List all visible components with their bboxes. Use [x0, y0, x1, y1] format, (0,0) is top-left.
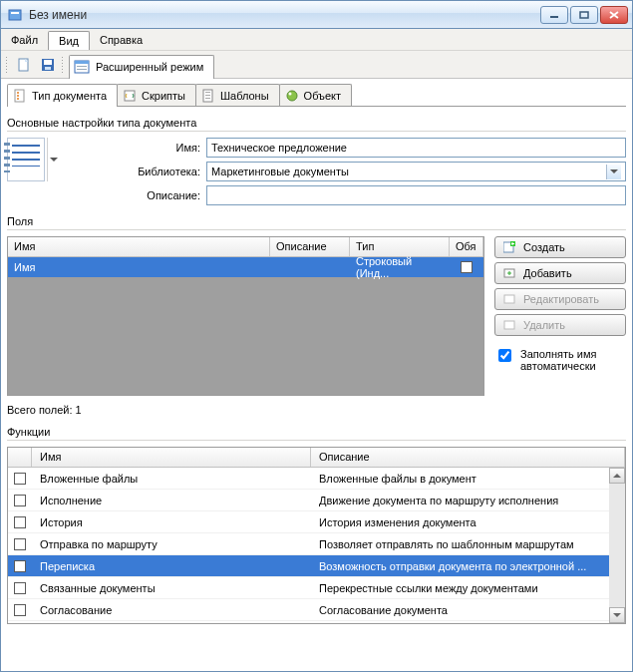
create-button[interactable]: Создать: [494, 236, 626, 258]
tab-templates[interactable]: Шаблоны: [195, 84, 280, 106]
maximize-button[interactable]: [570, 6, 598, 24]
function-checkbox[interactable]: [14, 582, 26, 594]
form-icon: [74, 59, 90, 75]
function-name: Связанные документы: [32, 582, 311, 594]
fields-grid-header: Имя Описание Тип Обя: [8, 237, 483, 257]
toolbar-grip-2: [61, 56, 65, 74]
function-checkbox[interactable]: [14, 604, 26, 616]
function-checkbox[interactable]: [14, 560, 26, 572]
function-checkbox[interactable]: [14, 538, 26, 550]
function-name: Отправка по маршруту: [32, 538, 311, 550]
autofill-label: Заполнять имя автоматически: [520, 348, 626, 372]
functions-header: Имя Описание: [8, 448, 625, 468]
svg-rect-27: [504, 321, 514, 329]
scripts-icon: [122, 88, 138, 104]
svg-rect-12: [15, 90, 24, 102]
function-checkbox[interactable]: [14, 516, 26, 528]
description-input[interactable]: [206, 185, 626, 205]
new-button[interactable]: [13, 54, 35, 76]
fields-grid-row[interactable]: Имя Строковый (Инд...: [8, 257, 483, 277]
menubar: Файл Вид Справка: [1, 29, 632, 51]
function-desc: Движение документа по маршруту исполнени…: [311, 495, 625, 506]
svg-point-13: [17, 92, 19, 94]
tab-object-label: Объект: [304, 90, 341, 102]
new-icon: [16, 57, 32, 73]
col-type[interactable]: Тип: [350, 237, 450, 256]
library-label: Библиотека:: [121, 166, 200, 177]
function-name: Переписка: [32, 560, 311, 572]
function-row[interactable]: ПерепискаВозможность отправки документа …: [8, 555, 625, 577]
toolbar: Расширенный режим: [1, 51, 632, 79]
close-button[interactable]: [600, 6, 628, 24]
app-icon: [7, 7, 23, 23]
func-col-check: [8, 448, 32, 467]
func-col-desc[interactable]: Описание: [311, 448, 625, 467]
fields-caption: Поля: [7, 215, 626, 230]
delete-icon: [501, 317, 517, 333]
svg-rect-2: [550, 16, 558, 18]
function-checkbox[interactable]: [14, 495, 26, 506]
function-checkbox[interactable]: [14, 473, 26, 485]
function-row[interactable]: СогласованиеСогласование документа: [8, 599, 625, 621]
add-button[interactable]: Добавить: [494, 262, 626, 284]
function-name: История: [32, 516, 311, 528]
field-required-checkbox[interactable]: [461, 261, 473, 273]
tab-scripts[interactable]: Скрипты: [117, 84, 196, 106]
function-row[interactable]: Связанные документыПерекрестные ссылки м…: [8, 577, 625, 599]
tab-doc-type-label: Тип документа: [32, 90, 107, 102]
func-col-name[interactable]: Имя: [32, 448, 311, 467]
col-req[interactable]: Обя: [450, 237, 483, 256]
delete-button[interactable]: Удалить: [494, 314, 626, 336]
object-icon: [284, 88, 300, 104]
create-icon: [501, 239, 517, 255]
menu-file[interactable]: Файл: [1, 29, 48, 50]
svg-point-21: [287, 91, 297, 101]
doc-type-icon: [12, 88, 28, 104]
function-row[interactable]: ИсполнениеДвижение документа по маршруту…: [8, 490, 625, 511]
svg-rect-11: [77, 69, 87, 70]
function-name: Согласование: [32, 604, 311, 616]
function-row[interactable]: ИсторияИстория изменения документа: [8, 511, 625, 533]
svg-rect-26: [504, 295, 514, 303]
field-type: Строковый (Инд...: [350, 255, 450, 279]
tab-templates-label: Шаблоны: [220, 90, 269, 102]
function-row[interactable]: Вложенные файлыВложенные файлы в докумен…: [8, 468, 625, 490]
function-row[interactable]: Отправка по маршрутуПозволяет отправлять…: [8, 533, 625, 555]
col-desc[interactable]: Описание: [270, 237, 350, 256]
functions-grid[interactable]: Имя Описание Вложенные файлыВложенные фа…: [7, 447, 626, 624]
main-settings-caption: Основные настройки типа документа: [7, 117, 626, 132]
edit-button[interactable]: Редактировать: [494, 288, 626, 310]
autofill-checkbox[interactable]: [498, 349, 511, 362]
svg-rect-9: [75, 61, 89, 64]
minimize-button[interactable]: [540, 6, 568, 24]
svg-rect-19: [205, 95, 210, 96]
col-name[interactable]: Имя: [8, 237, 270, 256]
scroll-up-icon[interactable]: [609, 468, 625, 484]
svg-rect-18: [205, 92, 210, 93]
function-desc: Согласование документа: [311, 604, 625, 616]
extended-mode-button[interactable]: Расширенный режим: [69, 55, 214, 79]
name-label: Имя:: [121, 142, 200, 154]
menu-help[interactable]: Справка: [90, 29, 153, 50]
function-name: Вложенные файлы: [32, 473, 311, 485]
icon-dropdown[interactable]: [47, 138, 59, 181]
field-name: Имя: [8, 261, 270, 273]
scroll-down-icon[interactable]: [609, 607, 625, 623]
svg-point-14: [17, 95, 19, 97]
svg-rect-10: [77, 66, 87, 67]
fields-counter: Всего полей: 1: [7, 404, 626, 416]
prop-tabs: Тип документа Скрипты Шаблоны Объект: [7, 83, 626, 107]
edit-icon: [501, 291, 517, 307]
create-label: Создать: [523, 241, 565, 253]
fields-grid[interactable]: Имя Описание Тип Обя Имя Строковый (Инд.…: [7, 236, 484, 396]
library-select[interactable]: Маркетинговые документы: [206, 162, 626, 181]
name-input[interactable]: [206, 138, 626, 158]
add-icon: [501, 265, 517, 281]
menu-view[interactable]: Вид: [48, 31, 90, 50]
function-name: Исполнение: [32, 495, 311, 506]
functions-scrollbar[interactable]: [609, 468, 625, 623]
svg-point-15: [17, 98, 19, 100]
tab-object[interactable]: Объект: [279, 84, 352, 106]
tab-doc-type[interactable]: Тип документа: [7, 84, 118, 107]
save-button[interactable]: [37, 54, 59, 76]
